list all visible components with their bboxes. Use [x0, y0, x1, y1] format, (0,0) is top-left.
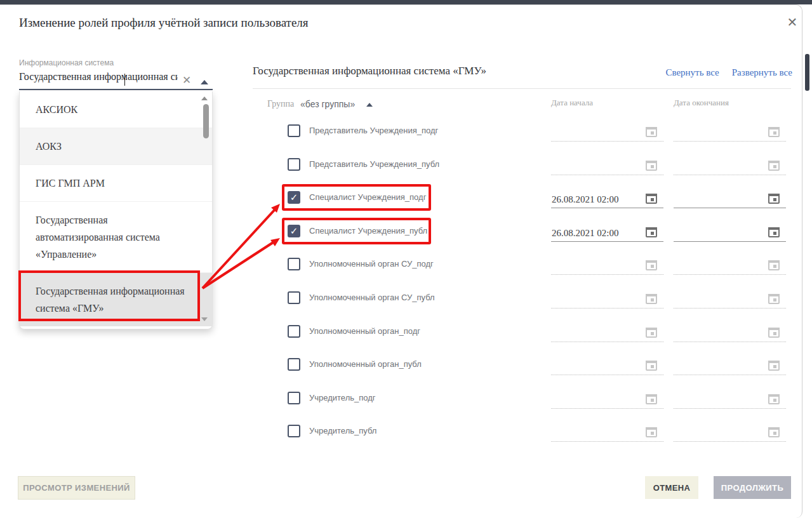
role-row: ✓Представитель Учреждения_публ: [282, 151, 431, 178]
calendar-icon[interactable]: [768, 161, 780, 171]
calendar-icon[interactable]: [768, 260, 780, 270]
edit-roles-modal: Изменение ролей профиля учётной записи п…: [0, 4, 802, 518]
group-label: Группа: [267, 99, 294, 109]
role-checkbox[interactable]: ✓: [288, 225, 300, 237]
dropdown-scroll-down-icon[interactable]: [201, 317, 208, 321]
date-start-field[interactable]: 26.08.2021 02:00: [551, 185, 663, 208]
sort-asc-icon[interactable]: [366, 103, 373, 107]
role-row: ✓Учредитель_публ: [282, 418, 431, 444]
calendar-icon[interactable]: [646, 361, 657, 371]
role-checkbox[interactable]: ✓: [288, 291, 300, 304]
system-select-input[interactable]: Государственная информационная си: [19, 71, 178, 83]
calendar-icon[interactable]: [646, 194, 657, 204]
role-label: Специалист Учреждения_публ: [309, 218, 427, 244]
continue-button[interactable]: ПРОДОЛЖИТЬ: [714, 476, 791, 499]
background-page-strip: [0, 0, 812, 4]
date-end-field[interactable]: [674, 386, 786, 409]
system-option-label: Государственная информационная система «…: [36, 286, 185, 314]
role-checkbox[interactable]: ✓: [288, 191, 300, 204]
role-label: Представитель Учреждения_публ: [309, 151, 439, 178]
role-checkbox[interactable]: ✓: [288, 392, 300, 404]
date-start-field[interactable]: [551, 252, 663, 275]
calendar-icon[interactable]: [768, 127, 780, 137]
calendar-icon[interactable]: [646, 260, 657, 270]
check-icon: ✓: [289, 226, 299, 236]
date-end-field[interactable]: [674, 352, 786, 375]
role-checkbox[interactable]: ✓: [288, 325, 300, 338]
date-start-field-value: 26.08.2021 02:00: [552, 228, 618, 239]
system-option-label: АОКЗ: [36, 141, 62, 152]
date-end-field[interactable]: [674, 185, 786, 208]
collapse-all-link[interactable]: Свернуть все: [665, 67, 719, 78]
date-start-field[interactable]: [551, 286, 663, 309]
calendar-icon[interactable]: [646, 328, 657, 338]
check-icon: ✓: [289, 192, 299, 203]
system-select-label: Информационная система: [19, 58, 114, 67]
screen: Изменение ролей профиля учётной записи п…: [0, 0, 812, 518]
expand-all-link[interactable]: Развернуть все: [732, 67, 792, 78]
calendar-icon[interactable]: [646, 294, 657, 304]
role-checkbox[interactable]: ✓: [288, 158, 300, 171]
system-option[interactable]: АКСИОК: [20, 91, 212, 128]
modal-title: Изменение ролей профиля учётной записи п…: [19, 16, 309, 30]
view-changes-button[interactable]: ПРОСМОТР ИЗМЕНЕНИЙ: [18, 476, 135, 500]
close-icon[interactable]: ✕: [785, 15, 800, 30]
calendar-icon[interactable]: [646, 127, 657, 137]
date-start-field[interactable]: 26.08.2021 02:00: [551, 219, 663, 242]
dropdown-scroll-up-icon[interactable]: [201, 96, 208, 100]
date-start-field[interactable]: [551, 386, 663, 409]
system-option[interactable]: Государственная автоматизированная систе…: [20, 202, 212, 273]
group-value[interactable]: «без группы»: [300, 99, 355, 109]
calendar-icon[interactable]: [646, 427, 657, 437]
system-options-dropdown: АКСИОКАОКЗГИС ГМП АРМГосударственная авт…: [19, 91, 213, 329]
role-checkbox[interactable]: ✓: [288, 358, 300, 371]
system-option[interactable]: АОКЗ: [20, 128, 212, 165]
panel-divider: [253, 88, 791, 89]
role-label: Уполномоченный орган СУ_подг: [309, 251, 434, 277]
role-label: Представитель Учреждения_подг: [309, 117, 438, 144]
date-start-field[interactable]: [551, 152, 663, 175]
clear-icon[interactable]: ✕: [182, 74, 191, 87]
system-option[interactable]: ГИС ГМП АРМ: [20, 165, 212, 202]
date-start-field[interactable]: [551, 119, 663, 142]
system-option-label: Государственная автоматизированная систе…: [36, 215, 160, 260]
role-checkbox[interactable]: ✓: [288, 258, 300, 270]
date-start-field[interactable]: [551, 419, 663, 442]
system-option-label: АКСИОК: [36, 104, 77, 115]
system-option-label: ГИС ГМП АРМ: [36, 178, 105, 189]
date-end-header: Дата окончания: [674, 98, 729, 108]
date-end-field[interactable]: [674, 152, 786, 175]
calendar-icon[interactable]: [768, 427, 780, 437]
role-row: ✓Уполномоченный орган_публ: [282, 351, 431, 378]
cancel-button[interactable]: ОТМЕНА: [645, 476, 698, 499]
role-row: ✓Учредитель_подг: [282, 385, 431, 411]
calendar-icon[interactable]: [768, 194, 780, 204]
date-end-field[interactable]: [674, 219, 786, 242]
roles-panel-title: Государственная информационная система «…: [253, 65, 486, 77]
role-checkbox[interactable]: ✓: [288, 425, 300, 437]
page-scrollbar-thumb[interactable]: [805, 54, 809, 91]
date-end-field[interactable]: [674, 119, 786, 142]
date-start-field[interactable]: [551, 352, 663, 375]
calendar-icon[interactable]: [768, 394, 780, 404]
system-options-list: АКСИОКАОКЗГИС ГМП АРМГосударственная авт…: [20, 91, 212, 326]
date-start-field[interactable]: [551, 319, 663, 342]
date-end-field[interactable]: [674, 319, 786, 342]
calendar-icon[interactable]: [646, 394, 657, 404]
chevron-up-icon[interactable]: [201, 80, 208, 84]
role-checkbox[interactable]: ✓: [288, 124, 300, 137]
date-end-field[interactable]: [674, 252, 786, 275]
dropdown-scrollbar-thumb[interactable]: [203, 104, 209, 138]
calendar-icon[interactable]: [768, 227, 780, 237]
date-end-field[interactable]: [674, 419, 786, 442]
calendar-icon[interactable]: [768, 361, 780, 371]
calendar-icon[interactable]: [768, 294, 780, 304]
system-option[interactable]: Государственная информационная система «…: [20, 273, 212, 326]
role-label: Учредитель_публ: [309, 418, 376, 444]
date-end-field[interactable]: [674, 286, 786, 309]
calendar-icon[interactable]: [646, 227, 657, 237]
role-row: ✓Уполномоченный орган_подг: [282, 318, 431, 345]
date-start-header: Дата начала: [551, 98, 593, 108]
calendar-icon[interactable]: [768, 328, 780, 338]
calendar-icon[interactable]: [646, 161, 657, 171]
